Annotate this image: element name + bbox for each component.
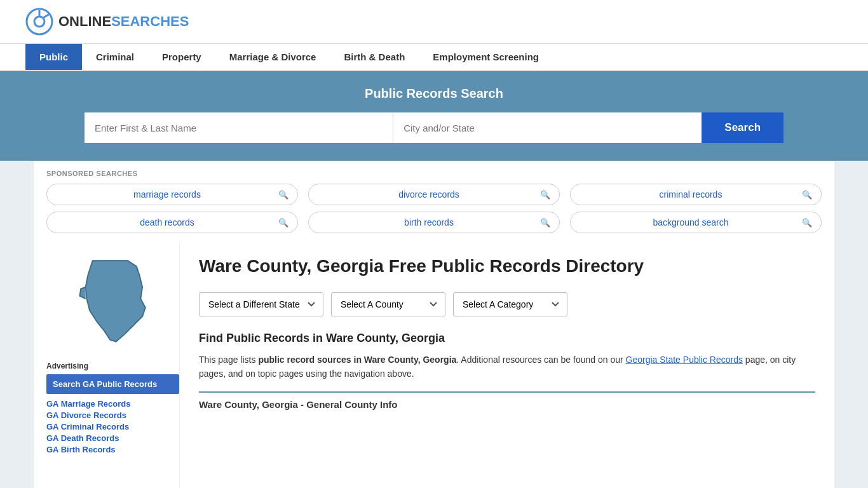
pill-background-search[interactable]: background search 🔍 (570, 212, 822, 233)
find-records-bold: public record sources in Ware County, Ge… (258, 355, 456, 365)
location-input[interactable] (393, 112, 702, 143)
site-header: ONLINESEARCHES (0, 0, 868, 44)
name-input[interactable] (85, 112, 393, 143)
pill-background-search-text: background search (580, 217, 802, 227)
pill-death-records[interactable]: death records 🔍 (46, 212, 298, 233)
pill-criminal-records[interactable]: criminal records 🔍 (570, 184, 822, 205)
find-records-text: This page lists public record sources in… (199, 353, 815, 381)
pill-divorce-records-text: divorce records (318, 189, 540, 200)
dropdowns-row: Select a Different State Select A County… (199, 292, 815, 316)
georgia-map-icon (75, 255, 151, 349)
nav-item-marriage-divorce[interactable]: Marriage & Divorce (215, 44, 330, 70)
pill-death-records-text: death records (56, 217, 278, 227)
find-records-title: Find Public Records in Ware County, Geor… (199, 332, 815, 345)
svg-point-1 (34, 17, 44, 27)
nav-item-criminal[interactable]: Criminal (82, 44, 148, 70)
pill-criminal-records-text: criminal records (580, 189, 802, 200)
sidebar-link-death[interactable]: GA Death Records (46, 433, 179, 443)
sidebar: Advertising Search GA Public Records GA … (34, 242, 180, 488)
search-bar: Search (85, 112, 783, 143)
page-title: Ware County, Georgia Free Public Records… (199, 255, 815, 277)
search-icon-3: 🔍 (802, 190, 812, 200)
pill-birth-records-text: birth records (318, 217, 540, 227)
logo-text-searches: SEARCHES (111, 13, 189, 29)
find-records-text-before: This page lists (199, 355, 258, 365)
pill-divorce-records[interactable]: divorce records 🔍 (308, 184, 560, 205)
sidebar-link-birth[interactable]: GA Birth Records (46, 445, 179, 454)
nav-item-public[interactable]: Public (25, 44, 82, 70)
sidebar-link-marriage[interactable]: GA Marriage Records (46, 399, 179, 409)
search-icon-4: 🔍 (278, 218, 288, 227)
sidebar-link-divorce[interactable]: GA Divorce Records (46, 410, 179, 420)
search-button[interactable]: Search (702, 112, 783, 143)
svg-line-2 (43, 14, 50, 18)
category-dropdown[interactable]: Select A Category (453, 292, 567, 316)
sidebar-link-criminal[interactable]: GA Criminal Records (46, 422, 179, 431)
search-icon-6: 🔍 (802, 218, 812, 227)
sidebar-ad-label: Advertising (46, 362, 179, 370)
logo-text-online: ONLINE (58, 13, 111, 29)
search-icon-1: 🔍 (278, 190, 288, 200)
pill-marriage-records[interactable]: marriage records 🔍 (46, 184, 298, 205)
nav-item-employment[interactable]: Employment Screening (419, 44, 553, 70)
sponsored-label: SPONSORED SEARCHES (46, 170, 822, 177)
sponsored-section: SPONSORED SEARCHES marriage records 🔍 di… (34, 161, 834, 242)
main-content: Ware County, Georgia Free Public Records… (180, 242, 834, 488)
pill-birth-records[interactable]: birth records 🔍 (308, 212, 560, 233)
find-records-text-middle: . Additional resources can be found on o… (456, 355, 625, 365)
content-area: Advertising Search GA Public Records GA … (34, 242, 834, 488)
sidebar-ad-active[interactable]: Search GA Public Records (46, 374, 179, 394)
main-wrapper: SPONSORED SEARCHES marriage records 🔍 di… (21, 161, 847, 488)
county-info-bar-title: Ware County, Georgia - General County In… (199, 399, 815, 410)
sidebar-links: GA Marriage Records GA Divorce Records G… (46, 399, 179, 454)
search-icon-2: 🔍 (540, 190, 550, 200)
county-dropdown[interactable]: Select A County (331, 292, 445, 316)
county-info-bar: Ware County, Georgia - General County In… (199, 391, 815, 410)
logo[interactable]: ONLINESEARCHES (25, 8, 189, 36)
georgia-state-link[interactable]: Georgia State Public Records (626, 355, 743, 365)
main-nav: Public Criminal Property Marriage & Divo… (0, 44, 868, 71)
search-banner: Public Records Search Search (0, 71, 868, 161)
logo-icon (25, 8, 53, 36)
sponsored-grid: marriage records 🔍 divorce records 🔍 cri… (46, 184, 822, 233)
state-dropdown[interactable]: Select a Different State (199, 292, 323, 316)
nav-item-birth-death[interactable]: Birth & Death (330, 44, 419, 70)
nav-item-property[interactable]: Property (148, 44, 215, 70)
search-icon-5: 🔍 (540, 218, 550, 227)
search-banner-title: Public Records Search (25, 86, 843, 101)
pill-marriage-records-text: marriage records (56, 189, 278, 200)
